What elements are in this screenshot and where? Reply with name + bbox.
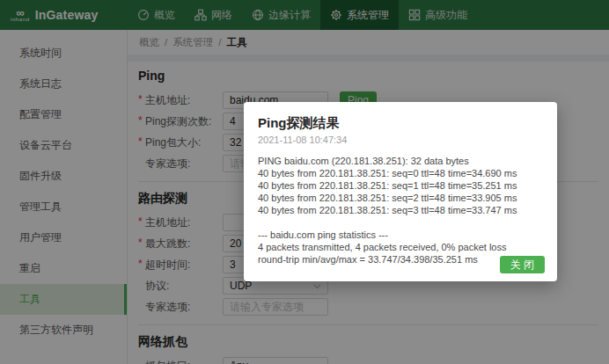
dialog-title: Ping探测结果 (258, 115, 543, 132)
close-button[interactable]: 关 闭 (500, 256, 545, 273)
ping-output: PING baidu.com (220.181.38.251): 32 data… (258, 155, 543, 266)
dialog-timestamp: 2021-11-08 10:47:34 (258, 135, 543, 145)
ping-result-dialog: Ping探测结果 2021-11-08 10:47:34 PING baidu.… (244, 102, 557, 281)
